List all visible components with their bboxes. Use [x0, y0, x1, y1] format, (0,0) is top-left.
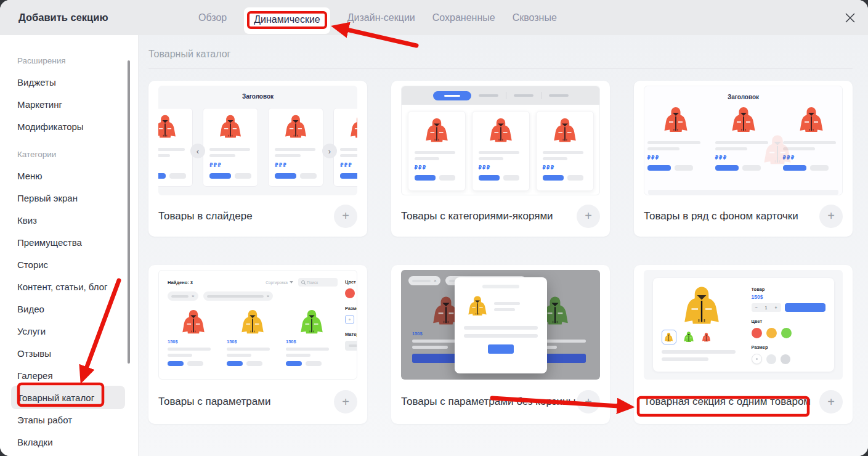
card-preview: Заголовок ₽₽₽	[644, 86, 843, 195]
jacket-icon	[347, 113, 357, 140]
sidebar-item-video[interactable]: Видео	[17, 298, 119, 320]
jacket-icon	[466, 295, 489, 318]
card-title: Товары с параметрами	[158, 396, 270, 408]
chip-close-icon: ×	[192, 293, 195, 299]
jacket-icon	[797, 105, 826, 135]
card-preview: Найдено: 3 Сортировка Поиск × ×	[158, 270, 357, 380]
template-card-single-product[interactable]: Товар 150$ −1+ Цвет	[634, 265, 853, 424]
card-preview: × × 150$ 150$	[401, 270, 600, 380]
product-modal	[455, 277, 547, 373]
card-title: Товары с параметрами без корзины	[401, 396, 576, 408]
dialog-header: Добавить секцию Обзор Динамические Дизай…	[0, 0, 868, 35]
card-title: Товары с категориями-якорями	[401, 210, 553, 222]
tab-label: Динамические	[254, 14, 320, 25]
template-card-row-bg[interactable]: Заголовок ₽₽₽	[634, 81, 853, 237]
sidebar-item-menu[interactable]: Меню	[17, 165, 119, 187]
jacket-icon	[683, 331, 695, 343]
add-section-button[interactable]: +	[334, 205, 357, 228]
jacket-icon	[158, 113, 179, 140]
tab-bar: Обзор Динамические Дизайн-секции Сохране…	[198, 0, 557, 35]
sidebar-item-tabs[interactable]: Вкладки	[17, 431, 119, 453]
add-section-button[interactable]: +	[334, 390, 357, 413]
jacket-icon	[760, 133, 795, 168]
jacket-icon	[423, 116, 451, 145]
sidebar-scrollbar[interactable]	[128, 60, 130, 364]
sidebar-item-first-screen[interactable]: Первый экран	[17, 187, 119, 209]
jacket-icon	[298, 308, 326, 336]
category-bar	[402, 86, 599, 105]
search-icon	[301, 280, 305, 284]
tab-saved[interactable]: Сохраненные	[432, 12, 495, 23]
jacket-icon	[238, 308, 267, 336]
main-panel: Товарный каталог Заголовок ₽₽₽	[139, 35, 868, 456]
template-grid: Заголовок ₽₽₽ ₽₽₽	[148, 81, 853, 424]
jacket-icon	[282, 113, 309, 140]
sidebar-item-marketing[interactable]: Маркетинг	[17, 93, 119, 115]
chip-close-icon: ×	[267, 293, 270, 299]
quantity-stepper: −1+	[752, 303, 781, 312]
sidebar-item-product-catalog[interactable]: Товарный каталог	[17, 386, 119, 409]
card-preview: ₽₽₽ ₽₽₽	[401, 86, 600, 195]
add-section-button[interactable]: +	[819, 205, 843, 228]
jacket-icon	[487, 116, 515, 145]
add-section-button[interactable]: +	[819, 390, 843, 413]
jacket-icon	[661, 105, 691, 135]
sidebar-item-work-stages[interactable]: Этапы работ	[17, 409, 119, 431]
add-section-dialog: Добавить секцию Обзор Динамические Дизай…	[0, 0, 868, 456]
close-icon	[844, 12, 856, 24]
template-card-category-anchors[interactable]: ₽₽₽ ₽₽₽	[391, 81, 610, 237]
card-title: Товары в слайдере	[158, 210, 253, 222]
chip-close-icon: ×	[434, 278, 437, 283]
jacket-icon	[729, 105, 758, 135]
tab-design-sections[interactable]: Дизайн-секции	[347, 12, 415, 23]
sidebar-item-advantages[interactable]: Преимущества	[17, 231, 119, 253]
sidebar-item-gallery[interactable]: Галерея	[17, 364, 119, 386]
sidebar-item-stories[interactable]: Сторис	[17, 253, 119, 275]
sidebar-item-content-blog[interactable]: Контент, статьи, блог	[17, 275, 119, 298]
selected-thumbnail	[662, 330, 676, 344]
sidebar-item-modifiers[interactable]: Модификаторы	[17, 115, 119, 137]
sidebar: Расширения Виджеты Маркетинг Модификатор…	[0, 35, 139, 456]
section-heading: Товарный каталог	[148, 35, 853, 69]
jacket-icon	[663, 332, 674, 343]
tab-overview[interactable]: Обзор	[198, 12, 227, 23]
dialog-title: Добавить секцию	[18, 12, 108, 23]
jacket-icon	[217, 113, 244, 140]
jacket-icon	[551, 116, 579, 145]
sidebar-item-widgets[interactable]: Виджеты	[17, 71, 119, 93]
card-preview: Товар 150$ −1+ Цвет	[644, 270, 843, 380]
add-section-button[interactable]: +	[577, 390, 600, 413]
card-title: Товары в ряд с фоном карточки	[644, 210, 798, 222]
close-button[interactable]	[842, 10, 858, 26]
sidebar-group-label: Расширения	[17, 50, 138, 71]
jacket-icon	[179, 308, 208, 336]
sidebar-group-label: Категории	[17, 144, 138, 165]
tab-dynamic[interactable]: Динамические	[244, 7, 330, 34]
tab-global[interactable]: Сквозные	[513, 12, 557, 23]
chevron-left-icon: ‹	[190, 144, 205, 158]
template-card-parameters[interactable]: Найдено: 3 Сортировка Поиск × ×	[148, 265, 367, 424]
jacket-icon	[679, 284, 724, 328]
template-card-parameters-no-cart[interactable]: × × 150$ 150$	[391, 265, 610, 424]
sidebar-item-quiz[interactable]: Квиз	[17, 209, 119, 231]
jacket-icon	[701, 332, 712, 343]
chevron-right-icon: ›	[322, 144, 337, 158]
sidebar-item-services[interactable]: Услуги	[17, 320, 119, 342]
card-preview: Заголовок ₽₽₽ ₽₽₽	[158, 86, 357, 195]
card-title: Товарная секция с одним товаром	[644, 396, 811, 408]
sidebar-item-reviews[interactable]: Отзывы	[17, 342, 119, 364]
add-section-button[interactable]: +	[577, 205, 600, 228]
template-card-slider[interactable]: Заголовок ₽₽₽ ₽₽₽	[148, 81, 367, 237]
